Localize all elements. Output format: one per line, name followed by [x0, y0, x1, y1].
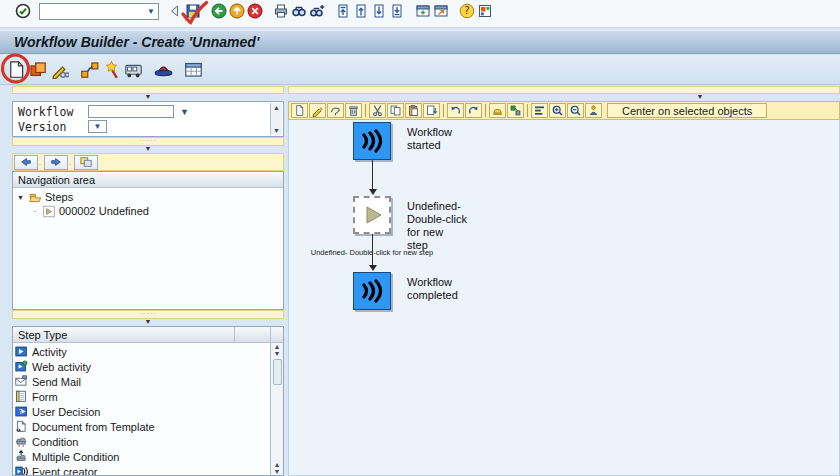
step-type-row[interactable]: Activity	[13, 344, 270, 359]
table-view-button[interactable]	[182, 58, 204, 80]
collapse-caret-icon[interactable]: ▼	[12, 319, 284, 326]
display-change-icon	[50, 60, 69, 79]
g-layout-button[interactable]	[531, 103, 548, 118]
step-type-header: Step Type	[13, 327, 283, 343]
g-new-button[interactable]	[291, 103, 308, 118]
g-nodes-button[interactable]	[507, 103, 524, 118]
next-page-button[interactable]	[370, 2, 388, 20]
scroll-thumb[interactable]	[273, 359, 282, 385]
step-type-row[interactable]: Send Mail	[13, 374, 270, 389]
scroll-up-icon[interactable]: ▲	[274, 343, 281, 350]
customize-button[interactable]	[476, 2, 494, 20]
scroll-up-icon[interactable]: ▲	[274, 461, 281, 468]
g-edit-icon	[311, 104, 324, 117]
workflow-edge[interactable]	[372, 160, 373, 190]
center-on-selected-button[interactable]: Center on selected objects	[607, 103, 767, 118]
copy-workflow-icon	[28, 60, 47, 79]
frame-collapse-strip[interactable]	[288, 86, 840, 94]
nav-forward-dropdown-icon[interactable]: .	[69, 159, 73, 166]
step-type-row[interactable]: ?User Decision	[13, 404, 270, 419]
first-page-button[interactable]	[334, 2, 352, 20]
step-type-row[interactable]: Condition	[13, 434, 270, 449]
step-type-scrollbar[interactable]: ▲ ▼ ▲ ▼	[270, 343, 283, 475]
back-button[interactable]	[210, 2, 228, 20]
page-title: Workflow Builder - Create 'Unnamed'	[14, 34, 259, 50]
find-button[interactable]	[290, 2, 308, 20]
g-edit-button[interactable]	[309, 103, 326, 118]
tree-item-steps[interactable]: ▼Steps	[13, 190, 283, 204]
workflow-panel-scrollbar[interactable]: ▲▼	[270, 103, 282, 135]
enter-check-button[interactable]	[14, 2, 32, 20]
tree-expand-icon[interactable]: ▼	[17, 194, 25, 201]
scroll-down-icon[interactable]: ▼	[274, 350, 281, 357]
collapse-button[interactable]	[166, 2, 184, 20]
g-delete-button[interactable]	[345, 103, 362, 118]
workflow-frames-button[interactable]	[122, 58, 144, 80]
generate-version-button[interactable]	[152, 58, 174, 80]
find-next-button[interactable]	[308, 2, 326, 20]
nav-back-dropdown-icon[interactable]: .	[39, 159, 43, 166]
display-change-button[interactable]	[48, 58, 70, 80]
workflow-node-started[interactable]	[353, 122, 391, 160]
g-cut-button[interactable]	[369, 103, 386, 118]
print-button[interactable]	[272, 2, 290, 20]
g-person-button[interactable]	[585, 103, 602, 118]
web-activity-icon	[15, 360, 28, 373]
nav-forward-button[interactable]	[44, 155, 68, 170]
where-used-button[interactable]	[78, 58, 100, 80]
customize-icon	[477, 3, 493, 19]
g-insert-button[interactable]	[423, 103, 440, 118]
step-type-header-scroll-cell	[270, 327, 283, 342]
command-dropdown-icon[interactable]: ▼	[147, 8, 155, 16]
workflow-input[interactable]	[88, 105, 174, 118]
g-zoom-in-button[interactable]	[549, 103, 566, 118]
workflow-canvas[interactable]: Workflow startedUndefined- Double-click …	[288, 120, 840, 476]
command-field[interactable]: ▼	[39, 3, 159, 20]
toolbar-separator	[365, 104, 366, 117]
save-button[interactable]	[184, 2, 202, 20]
version-label: Version	[18, 120, 82, 134]
g-zoom-out-button[interactable]	[567, 103, 584, 118]
step-type-row[interactable]: Event creator	[13, 464, 270, 475]
g-paste-button[interactable]	[405, 103, 422, 118]
test-workflow-button[interactable]	[100, 58, 122, 80]
g-zoom-in-icon	[551, 104, 564, 117]
nav-views-button[interactable]	[74, 155, 98, 170]
collapse-caret-icon[interactable]: ▼	[12, 146, 284, 153]
workflow-dropdown-icon[interactable]: ▼	[180, 107, 189, 117]
previous-page-button[interactable]	[352, 2, 370, 20]
collapse-caret-icon[interactable]: ▼	[288, 94, 840, 101]
exit-button[interactable]	[228, 2, 246, 20]
help-button[interactable]: ?	[458, 2, 476, 20]
g-undo-button[interactable]	[447, 103, 464, 118]
g-copy-button[interactable]	[387, 103, 404, 118]
workflow-node-undefined[interactable]	[353, 196, 391, 234]
step-type-row[interactable]: Web activity	[13, 359, 270, 374]
step-type-label: Activity	[32, 346, 67, 358]
collapse-caret-icon[interactable]: ▼	[12, 94, 284, 101]
workflow-builder-window: { "titlebar": { "title": "Workflow Build…	[0, 0, 840, 476]
workflow-node-completed[interactable]	[353, 272, 391, 310]
table-view-icon	[184, 60, 203, 79]
step-type-row[interactable]: Multiple Condition	[13, 449, 270, 464]
create-shortcut-button[interactable]	[432, 2, 450, 20]
g-person-icon	[587, 104, 600, 117]
activity-icon	[15, 345, 28, 358]
g-select-button[interactable]	[327, 103, 344, 118]
step-type-row[interactable]: Document from Template	[13, 419, 270, 434]
g-highlight-button[interactable]	[489, 103, 506, 118]
g-zoom-out-icon	[569, 104, 582, 117]
last-page-button[interactable]	[388, 2, 406, 20]
scroll-down-icon[interactable]: ▼	[274, 468, 281, 475]
create-workflow-button[interactable]	[4, 58, 26, 80]
nav-back-button[interactable]	[14, 155, 38, 170]
version-combo[interactable]: ▼	[88, 120, 107, 133]
step-type-header-label: Step Type	[13, 329, 234, 341]
copy-workflow-button[interactable]	[26, 58, 48, 80]
new-session-button[interactable]	[414, 2, 432, 20]
step-type-row[interactable]: Form	[13, 389, 270, 404]
tree-item-000002-undefined[interactable]: ·000002 Undefined	[13, 204, 283, 218]
cancel-button[interactable]	[246, 2, 264, 20]
g-redo-button[interactable]	[465, 103, 482, 118]
g-nodes-icon	[509, 104, 522, 117]
